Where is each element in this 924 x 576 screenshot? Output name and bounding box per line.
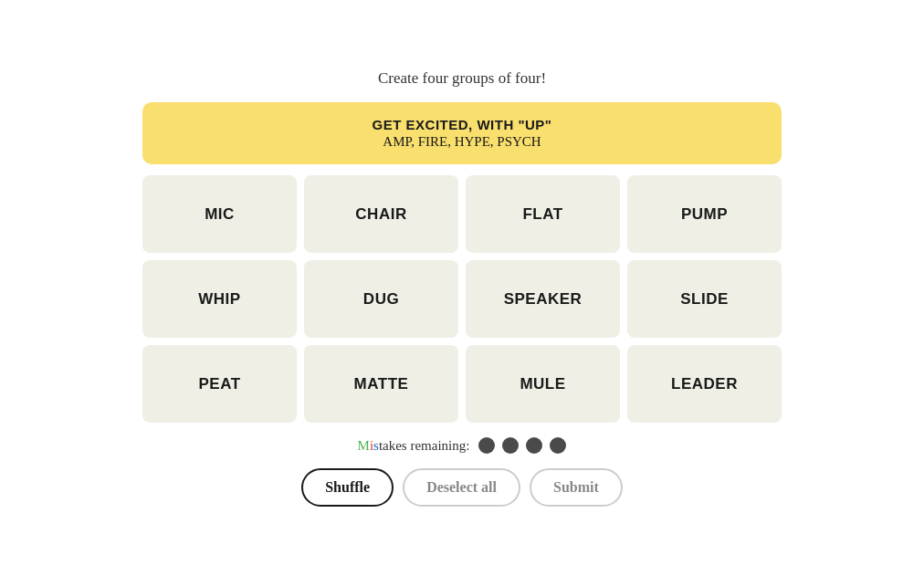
deselect-button[interactable]: Deselect all bbox=[403, 468, 520, 507]
tile-label-pump: PUMP bbox=[681, 205, 728, 224]
solved-group-yellow: GET EXCITED, WITH "UP" AMP, FIRE, HYPE, … bbox=[142, 102, 782, 164]
tile-grid: MICCHAIRFLATPUMPWHIPDUGSPEAKERSLIDEPEATM… bbox=[142, 175, 782, 423]
tile-mic[interactable]: MIC bbox=[142, 175, 297, 253]
mistakes-label: Mistakes remaining: bbox=[358, 438, 470, 454]
buttons-row: Shuffle Deselect all Submit bbox=[301, 468, 623, 507]
tile-dug[interactable]: DUG bbox=[304, 260, 458, 338]
tile-label-mule: MULE bbox=[520, 375, 565, 393]
tile-peat[interactable]: PEAT bbox=[142, 345, 297, 423]
tile-label-slide: SLIDE bbox=[680, 290, 729, 309]
solved-group-words: AMP, FIRE, HYPE, PSYCH bbox=[161, 134, 763, 150]
tile-label-matte: MATTE bbox=[354, 375, 409, 393]
tile-speaker[interactable]: SPEAKER bbox=[466, 260, 620, 338]
tile-pump[interactable]: PUMP bbox=[627, 175, 782, 253]
tile-whip[interactable]: WHIP bbox=[142, 260, 297, 338]
tile-leader[interactable]: LEADER bbox=[627, 345, 782, 423]
tile-mule[interactable]: MULE bbox=[466, 345, 620, 423]
game-container: Create four groups of four! GET EXCITED,… bbox=[142, 69, 782, 507]
tile-matte[interactable]: MATTE bbox=[304, 345, 458, 423]
tile-flat[interactable]: FLAT bbox=[466, 175, 620, 253]
mistake-dot-4 bbox=[550, 437, 566, 454]
mistakes-dots bbox=[478, 437, 566, 454]
tile-label-chair: CHAIR bbox=[355, 205, 406, 224]
mistake-dot-3 bbox=[526, 437, 542, 454]
subtitle: Create four groups of four! bbox=[378, 69, 546, 88]
mistake-dot-1 bbox=[478, 437, 495, 454]
tile-label-whip: WHIP bbox=[198, 290, 240, 309]
tile-slide[interactable]: SLIDE bbox=[627, 260, 782, 338]
solved-group-title: GET EXCITED, WITH "UP" bbox=[161, 117, 763, 132]
tile-label-mic: MIC bbox=[205, 205, 235, 224]
mistake-dot-2 bbox=[502, 437, 519, 454]
tile-label-dug: DUG bbox=[363, 290, 399, 309]
tile-label-flat: FLAT bbox=[522, 205, 562, 224]
tile-label-speaker: SPEAKER bbox=[504, 290, 583, 309]
tile-label-peat: PEAT bbox=[198, 375, 240, 393]
submit-button[interactable]: Submit bbox=[530, 468, 623, 507]
tile-chair[interactable]: CHAIR bbox=[304, 175, 458, 253]
tile-label-leader: LEADER bbox=[671, 375, 738, 393]
mistakes-row: Mistakes remaining: bbox=[358, 437, 567, 454]
shuffle-button[interactable]: Shuffle bbox=[301, 468, 394, 507]
